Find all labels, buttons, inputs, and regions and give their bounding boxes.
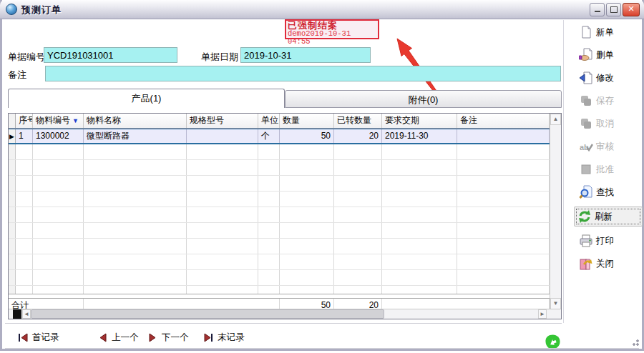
nav-last-record[interactable]: 末记录 (203, 332, 245, 344)
approve-icon (579, 162, 593, 176)
empty-cell (457, 207, 550, 222)
scroll-down-icon[interactable]: ▼ (550, 298, 561, 309)
nav-top-divider (5, 323, 562, 324)
column-header-remark[interactable]: 备注 (457, 114, 550, 128)
empty-cell (33, 207, 84, 222)
bottom-divider (5, 348, 639, 349)
empty-cell (457, 192, 550, 207)
first-record-icon (18, 333, 29, 342)
column-header-due[interactable]: 要求交期 (382, 114, 457, 128)
nav-first-record[interactable]: 首记录 (18, 332, 59, 344)
empty-cell (457, 286, 550, 294)
nav-label: 首记录 (32, 332, 59, 344)
cell-qty[interactable]: 50 (280, 129, 334, 143)
empty-cell (457, 176, 550, 191)
sidebar-button-exit[interactable]: 关闭 (579, 256, 642, 272)
sidebar-button-edit-doc[interactable]: 修改 (579, 70, 642, 86)
column-header-qty[interactable]: 数量 (280, 114, 334, 128)
cell-remark[interactable] (457, 129, 550, 143)
close-button[interactable]: ✕ (623, 3, 640, 16)
column-header-code[interactable]: 物料编号▼ (33, 114, 84, 128)
sidebar-button-label: 修改 (596, 72, 614, 84)
doc-no-input[interactable] (44, 47, 177, 63)
minimize-button[interactable] (590, 3, 605, 16)
scroll-right-icon[interactable]: ► (538, 309, 547, 319)
column-header-unit[interactable]: 单位 (258, 114, 280, 128)
empty-cell (258, 270, 280, 285)
nav-label: 末记录 (218, 332, 245, 344)
empty-cell (9, 270, 16, 285)
row-indicator-header[interactable] (9, 114, 16, 128)
empty-cell (16, 239, 33, 254)
sidebar-button-find[interactable]: 查找 (579, 184, 642, 200)
maximize-button[interactable] (606, 3, 621, 16)
empty-cell (84, 176, 187, 191)
column-header-converted[interactable]: 已转数量 (334, 114, 382, 128)
window-title: 预测订单 (21, 4, 62, 16)
column-header-spec[interactable]: 规格型号 (187, 114, 258, 128)
hscroll-thumb[interactable] (31, 309, 384, 319)
nav-previous-record[interactable]: 上一个 (97, 332, 139, 344)
cell-name[interactable]: 微型断路器 (84, 129, 187, 143)
sidebar-button-new-doc[interactable]: 新单 (579, 24, 642, 40)
resize-grip[interactable] (630, 337, 639, 346)
doc-date-input[interactable] (240, 47, 371, 63)
empty-cell (187, 176, 258, 191)
empty-cell (334, 160, 382, 175)
cell-spec[interactable] (187, 129, 258, 143)
scroll-up-icon[interactable]: ▲ (550, 114, 561, 125)
sidebar-button-refresh[interactable]: 刷新 (575, 207, 642, 226)
column-header-seq[interactable]: 序号 (16, 114, 33, 128)
product-grid: 序号物料编号▼物料名称规格型号单位数量已转数量要求交期备注 ▶11300002微… (8, 113, 562, 319)
total-separator (9, 294, 561, 299)
sidebar-button-print[interactable]: 打印 (579, 233, 642, 249)
empty-cell (280, 176, 334, 191)
nav-next-record[interactable]: 下一个 (147, 332, 189, 344)
empty-cell (280, 144, 334, 159)
title-bar[interactable]: 预测订单 ✕ (0, 0, 644, 19)
empty-cell (16, 192, 33, 207)
empty-cell (457, 223, 550, 238)
empty-cell (382, 192, 457, 207)
find-icon (579, 185, 593, 199)
cell-converted[interactable]: 20 (334, 129, 382, 143)
empty-cell (334, 270, 382, 285)
empty-cell (280, 160, 334, 175)
tab-products[interactable]: 产品(1) (8, 89, 285, 108)
empty-cell (258, 207, 280, 222)
empty-cell (187, 239, 258, 254)
horizontal-scrollbar[interactable]: ◄ ► (9, 309, 561, 319)
empty-cell (9, 239, 16, 254)
sidebar-button-label: 删单 (596, 49, 614, 61)
table-row[interactable]: ▶11300002微型断路器个50202019-11-30 (9, 129, 561, 144)
empty-cell (9, 207, 16, 222)
sidebar-button-label: 刷新 (595, 211, 613, 223)
empty-cell (280, 270, 334, 285)
empty-cell (84, 160, 187, 175)
sidebar-button-save: 保存 (579, 93, 642, 109)
sidebar-button-label: 批准 (596, 164, 614, 176)
empty-row (9, 207, 561, 223)
sidebar-button-delete-doc[interactable]: 删单 (579, 47, 642, 63)
empty-cell (334, 192, 382, 207)
cell-code[interactable]: 1300002 (33, 129, 84, 143)
remark-input[interactable] (45, 66, 561, 81)
empty-cell (84, 207, 187, 222)
empty-row (9, 223, 561, 239)
empty-cell (187, 144, 258, 159)
tab-attachments[interactable]: 附件(0) (285, 90, 562, 108)
nav-label: 下一个 (162, 332, 189, 344)
empty-cell (33, 254, 84, 269)
empty-cell (334, 223, 382, 238)
vertical-scrollbar[interactable]: ▲ ▼ (550, 114, 561, 309)
empty-row (9, 144, 561, 160)
empty-cell (9, 192, 16, 207)
sidebar-button-label: 保存 (596, 95, 614, 107)
empty-row (9, 239, 561, 254)
column-header-name[interactable]: 物料名称 (84, 114, 187, 128)
cell-due[interactable]: 2019-11-30 (382, 129, 457, 143)
scroll-left-icon[interactable]: ◄ (22, 309, 31, 319)
cell-unit[interactable]: 个 (258, 129, 280, 143)
cell-seq[interactable]: 1 (16, 129, 33, 143)
empty-cell (33, 223, 84, 238)
